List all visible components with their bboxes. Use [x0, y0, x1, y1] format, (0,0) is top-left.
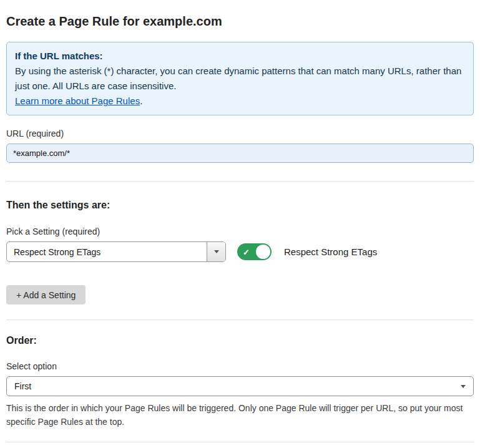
setting-select-arrow-button[interactable] — [207, 242, 225, 261]
divider — [6, 442, 474, 442]
toggle-label: Respect Strong ETags — [284, 246, 377, 257]
info-box-heading: If the URL matches: — [15, 49, 465, 64]
etags-toggle[interactable]: ✓ — [237, 243, 272, 260]
order-select-value: First — [14, 381, 31, 391]
order-help-text: This is the order in which your Page Rul… — [6, 401, 474, 429]
setting-select-value: Respect Strong ETags — [7, 242, 207, 261]
chevron-down-icon — [461, 385, 466, 388]
order-select[interactable]: First — [6, 376, 474, 396]
toggle-knob — [256, 245, 270, 259]
divider — [6, 319, 474, 320]
order-label: Select option — [6, 361, 474, 371]
page-title: Create a Page Rule for example.com — [6, 14, 474, 29]
check-icon: ✓ — [243, 247, 250, 256]
order-heading: Order: — [6, 335, 474, 346]
url-input[interactable] — [6, 144, 474, 163]
pick-setting-label: Pick a Setting (required) — [6, 226, 474, 236]
link-period: . — [140, 95, 142, 106]
setting-select[interactable]: Respect Strong ETags — [6, 241, 226, 262]
chevron-down-icon — [214, 250, 219, 253]
page-rule-form: Create a Page Rule for example.com If th… — [0, 0, 480, 448]
learn-more-link[interactable]: Learn more about Page Rules — [15, 95, 140, 106]
add-setting-button[interactable]: + Add a Setting — [6, 285, 86, 304]
settings-heading: Then the settings are: — [6, 200, 474, 211]
url-match-info-box: If the URL matches: By using the asteris… — [6, 42, 474, 115]
setting-row: Respect Strong ETags ✓ Respect Strong ET… — [6, 241, 474, 262]
url-label: URL (required) — [6, 129, 474, 139]
divider — [6, 181, 474, 182]
info-box-link-line: Learn more about Page Rules. — [15, 94, 465, 109]
info-box-body: By using the asterisk (*) character, you… — [15, 64, 465, 94]
